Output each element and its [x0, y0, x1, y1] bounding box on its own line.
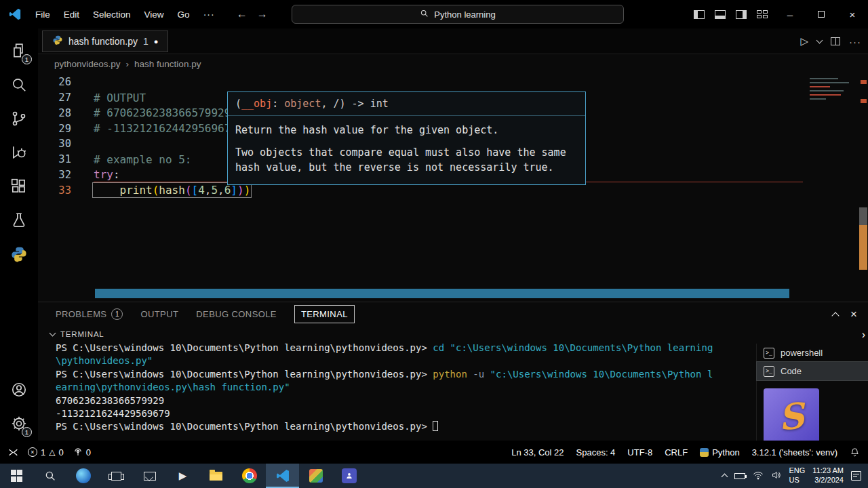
- sidebar-item-python[interactable]: [3, 237, 35, 271]
- tab-hash-function[interactable]: hash function.py 1 ●: [42, 30, 168, 52]
- editor-vertical-scrollbar[interactable]: [859, 207, 867, 225]
- volume-icon[interactable]: [771, 470, 781, 481]
- language-mode[interactable]: Python: [700, 447, 739, 458]
- menu-file[interactable]: File: [28, 7, 57, 22]
- ports-indicator[interactable]: 0: [73, 447, 91, 458]
- line-number[interactable]: 28: [38, 107, 71, 119]
- python-interpreter[interactable]: 3.12.1 ('sheets': venv): [752, 447, 837, 458]
- breadcrumb-folder[interactable]: pythonvideos.py: [54, 59, 121, 69]
- task-view-button[interactable]: [100, 464, 133, 488]
- taskbar-vscode-icon[interactable]: [266, 464, 299, 488]
- close-panel-icon[interactable]: ×: [850, 308, 857, 321]
- taskbar-chrome-icon[interactable]: [233, 464, 266, 488]
- menu-edit[interactable]: Edit: [57, 7, 86, 22]
- forward-icon[interactable]: →: [257, 8, 268, 20]
- action-center-icon[interactable]: [851, 471, 861, 481]
- menu-overflow-button[interactable]: ···: [197, 6, 222, 22]
- hover-doc-line1: Return the hash value for the given obje…: [235, 123, 578, 138]
- maximize-panel-icon[interactable]: [831, 312, 839, 319]
- editor-line[interactable]: 33 print(hash([4,5,6])): [38, 182, 868, 198]
- code-token: [: [192, 184, 199, 197]
- sidebar-item-settings[interactable]: 1: [3, 407, 35, 441]
- notifications-bell-icon[interactable]: [850, 447, 860, 458]
- line-number[interactable]: 32: [38, 169, 71, 181]
- terminal-view[interactable]: TERMINAL PS C:\Users\windows 10\Document…: [38, 326, 868, 441]
- tab-bar: hash function.py 1 ● ▷ ···: [38, 28, 868, 54]
- line-number[interactable]: 30: [38, 138, 71, 150]
- indentation-setting[interactable]: Spaces: 4: [576, 447, 616, 458]
- toggle-panel-icon[interactable]: [715, 10, 726, 19]
- wifi-icon[interactable]: [753, 471, 764, 481]
- panel-tab-terminal[interactable]: TERMINAL: [294, 305, 355, 323]
- remote-indicator-icon[interactable]: [8, 447, 18, 458]
- chevron-right-icon[interactable]: ›: [862, 329, 865, 341]
- hover-signature: (__obj: object, /) -> int: [228, 92, 585, 116]
- chevron-down-icon[interactable]: [50, 330, 56, 337]
- customize-layout-icon[interactable]: [757, 10, 768, 19]
- tray-expand-icon[interactable]: [722, 474, 728, 481]
- cursor-position[interactable]: Ln 33, Col 22: [511, 447, 564, 458]
- line-number[interactable]: 26: [38, 76, 71, 88]
- sidebar-item-extensions[interactable]: [3, 169, 35, 203]
- problems-indicator[interactable]: × 1 △ 0: [28, 447, 64, 458]
- panel-tab-problems[interactable]: PROBLEMS1: [56, 308, 123, 320]
- editor-line[interactable]: 26: [38, 75, 868, 90]
- menu-go[interactable]: Go: [171, 7, 197, 22]
- modified-dot-icon[interactable]: ●: [154, 37, 159, 45]
- editor-more-actions-icon[interactable]: ···: [849, 36, 861, 47]
- sidebar-item-explorer[interactable]: 1: [3, 34, 35, 68]
- taskbar-teams-icon[interactable]: [332, 464, 366, 488]
- code-text: print(hash([4,5,6])): [94, 184, 250, 197]
- line-number[interactable]: 29: [38, 123, 71, 135]
- panel-tab-debug-console[interactable]: DEBUG CONSOLE: [196, 309, 277, 319]
- sidebar-item-source-control[interactable]: [3, 102, 35, 136]
- run-button[interactable]: ▷: [800, 35, 808, 47]
- terminal-line: \pythonvideos.py": [56, 355, 751, 368]
- terminal-output: PS C:\Users\windows 10\Documents\Python …: [56, 342, 751, 434]
- sidebar-item-search[interactable]: [3, 68, 35, 102]
- terminal-tab-powershell[interactable]: >_powershell: [757, 344, 868, 362]
- code-editor[interactable]: 2627# OUTPUT28# 670623623836657992929# -…: [38, 73, 868, 302]
- split-editor-icon[interactable]: [831, 37, 840, 45]
- editor-horizontal-scrollbar[interactable]: [95, 289, 789, 298]
- toggle-sidebar-icon[interactable]: [694, 10, 705, 19]
- run-dropdown-icon[interactable]: [816, 37, 823, 43]
- taskbar-search-button[interactable]: [33, 464, 66, 488]
- code-token: ): [237, 184, 244, 197]
- editor-scrollbar-decoration[interactable]: [859, 225, 867, 270]
- battery-icon[interactable]: [734, 473, 745, 479]
- terminal-section-label: TERMINAL: [60, 330, 104, 338]
- sidebar-item-testing[interactable]: [3, 203, 35, 237]
- command-center-search[interactable]: Python learning: [292, 5, 624, 24]
- breadcrumb-file[interactable]: hash function.py: [134, 59, 201, 69]
- terminal-tab-code[interactable]: >_Code: [757, 362, 868, 380]
- vscode-window: FileEditSelectionViewGo ··· ← → Python l…: [0, 0, 868, 488]
- taskbar-edge-icon[interactable]: [66, 464, 100, 488]
- taskbar-photos-icon[interactable]: [299, 464, 332, 488]
- menu-view[interactable]: View: [138, 7, 171, 22]
- line-number[interactable]: 31: [38, 153, 71, 165]
- terminal-text: python: [433, 369, 473, 380]
- line-number[interactable]: 27: [38, 92, 71, 104]
- line-number[interactable]: 33: [38, 184, 71, 197]
- back-icon[interactable]: ←: [237, 8, 248, 20]
- toggle-secondary-sidebar-icon[interactable]: [736, 10, 747, 19]
- minimap[interactable]: [810, 75, 857, 102]
- taskbar-media-icon[interactable]: ▶: [166, 464, 199, 488]
- windows-taskbar: ▶ ENG US 11:23 AM 3/2/2024: [0, 464, 868, 488]
- taskbar-mail-icon[interactable]: [133, 464, 166, 488]
- minimize-button[interactable]: –: [774, 0, 806, 28]
- lang-line2: US: [789, 476, 805, 485]
- close-button[interactable]: ×: [837, 0, 868, 28]
- language-indicator[interactable]: ENG US: [789, 466, 805, 485]
- start-button[interactable]: [0, 464, 33, 488]
- menu-selection[interactable]: Selection: [86, 7, 138, 22]
- eol-setting[interactable]: CRLF: [665, 447, 688, 458]
- sidebar-item-account[interactable]: [3, 373, 35, 407]
- clock[interactable]: 11:23 AM 3/2/2024: [812, 466, 844, 485]
- panel-tab-output[interactable]: OUTPUT: [140, 309, 178, 319]
- sidebar-item-run-debug[interactable]: [3, 136, 35, 169]
- maximize-button[interactable]: [806, 0, 837, 28]
- encoding-setting[interactable]: UTF-8: [627, 447, 652, 458]
- taskbar-file-explorer-icon[interactable]: [199, 464, 233, 488]
